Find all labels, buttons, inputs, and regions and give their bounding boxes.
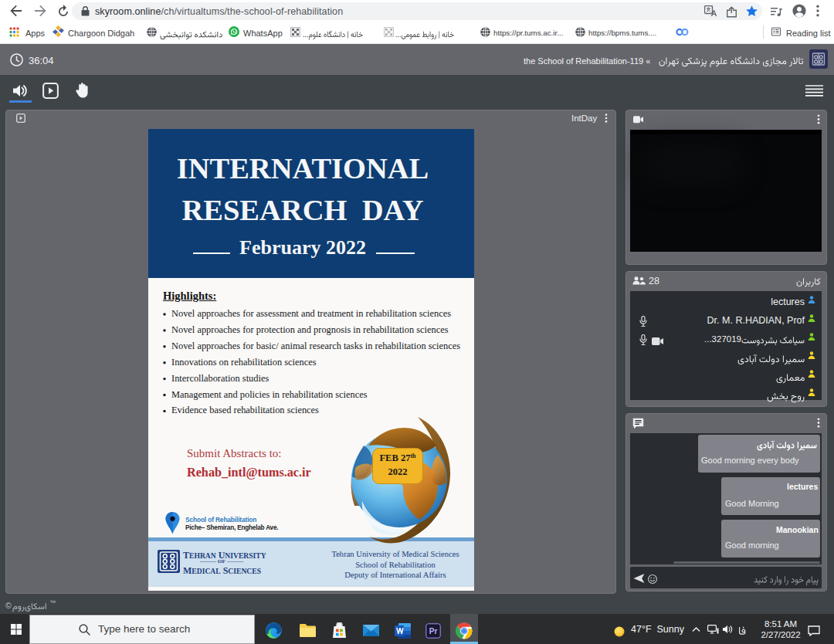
svg-text:Pr: Pr bbox=[429, 627, 438, 636]
